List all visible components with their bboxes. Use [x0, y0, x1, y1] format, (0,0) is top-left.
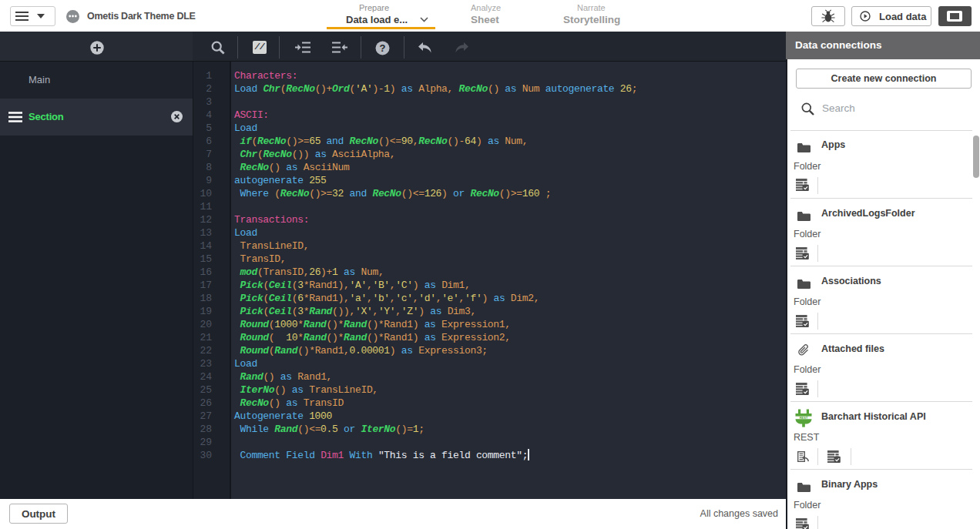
svg-text:REST: REST: [800, 416, 808, 420]
svg-text:?: ?: [380, 42, 386, 54]
